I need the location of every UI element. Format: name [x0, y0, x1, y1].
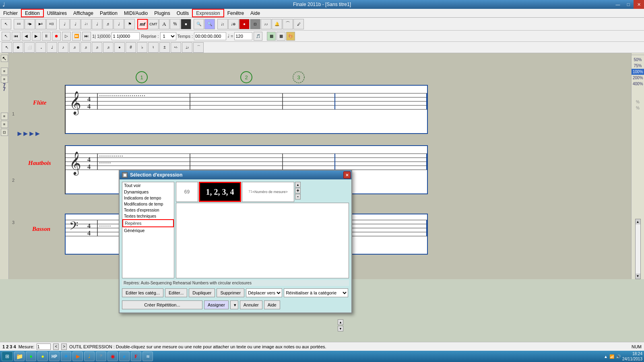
tool-note6[interactable]: ♩: [114, 19, 124, 29]
tool-flag[interactable]: ⚑: [124, 19, 135, 29]
slur-note[interactable]: ⌒: [193, 42, 204, 53]
rewind[interactable]: ◀: [22, 32, 31, 41]
fwd-end[interactable]: ⏭: [82, 32, 91, 41]
category-modifications-tempo[interactable]: Modifications de temp: [122, 201, 174, 207]
taskbar-play[interactable]: ▶: [72, 352, 83, 361]
reprise-select[interactable]: 1: [160, 32, 176, 40]
nav-prev-button[interactable]: <: [53, 343, 59, 350]
tempo-time-input[interactable]: [194, 32, 226, 40]
tool-disk1[interactable]: ⊡: [250, 19, 260, 29]
tool-score2[interactable]: ♩⊕: [228, 19, 239, 29]
pause-btn[interactable]: ⏸: [42, 32, 51, 41]
category-tout-voir[interactable]: Tout voir: [122, 182, 174, 189]
menu-fichier[interactable]: Fichier: [0, 9, 21, 17]
taskbar-chrome[interactable]: ◉: [107, 352, 118, 361]
tool-percent[interactable]: %: [170, 19, 180, 29]
expression-70-selected[interactable]: 1, 2, 3, 4: [199, 182, 241, 202]
arrow-note[interactable]: ↖: [2, 42, 12, 53]
tool-note1[interactable]: ♩: [59, 19, 70, 29]
rewind-start[interactable]: ⏮: [12, 32, 21, 41]
note-32nd[interactable]: ♬: [80, 42, 91, 53]
grid-btn1[interactable]: ▦: [267, 32, 276, 41]
close-button[interactable]: ✕: [634, 0, 644, 9]
tool-text-a[interactable]: A: [159, 19, 169, 29]
note-half-rest[interactable]: ⬜: [24, 42, 35, 53]
taskbar-bass[interactable]: 𝄢: [96, 352, 106, 361]
duplicate-button[interactable]: Dupliquer: [189, 288, 215, 297]
taskbar-3d[interactable]: ♦: [26, 352, 36, 361]
tool-arc[interactable]: ⌒: [283, 19, 293, 29]
record-btn[interactable]: ⏺: [52, 32, 61, 41]
note-64th[interactable]: ♬: [92, 42, 102, 53]
expr-vscroll-up[interactable]: ▲: [338, 319, 343, 325]
grid-btn2[interactable]: ▦: [277, 32, 285, 41]
restore-button[interactable]: □: [623, 0, 634, 9]
tool-4[interactable]: ≡⊡: [46, 19, 57, 29]
color-btn[interactable]: 🎨: [286, 32, 295, 41]
tool-note5[interactable]: ♬: [103, 19, 113, 29]
mesure-input[interactable]: [37, 343, 51, 350]
tool-note2[interactable]: ♩: [70, 19, 80, 29]
flat-note[interactable]: ♭: [137, 42, 147, 53]
expression-69[interactable]: 69: [176, 182, 198, 202]
reset-select[interactable]: Réinitialiser à la catégorie: [284, 288, 348, 297]
taskbar-finale2[interactable]: F: [131, 352, 141, 361]
dot-note[interactable]: •: [114, 42, 125, 53]
tool-last[interactable]: 🖊: [293, 19, 304, 29]
tool-bell[interactable]: 🔔: [272, 19, 282, 29]
expr-vscroll-down[interactable]: ▼: [338, 326, 343, 331]
menu-fenetre[interactable]: Fenêtre: [224, 9, 247, 17]
category-dynamiques[interactable]: Dynamiques: [122, 189, 174, 195]
expression-scroll-area[interactable]: [176, 203, 349, 278]
expression-71[interactable]: 71 <Numéro de mesure>: [242, 182, 294, 202]
plus-note[interactable]: ±: [159, 42, 170, 53]
tray-volume[interactable]: 🔊: [616, 354, 621, 359]
taskbar-explorer[interactable]: 📁: [14, 352, 25, 361]
move-to-select[interactable]: Déplacer vers: [246, 288, 282, 297]
tool-cmt[interactable]: CMT: [148, 19, 159, 29]
delete-button[interactable]: Supprimer: [217, 288, 244, 297]
tool-search2[interactable]: 🔍: [204, 19, 215, 29]
bpm-input[interactable]: [234, 32, 252, 40]
measure-position-input[interactable]: [111, 32, 140, 40]
tool-note4[interactable]: ♩: [92, 19, 102, 29]
tool-arrow[interactable]: ↖: [1, 19, 11, 29]
menu-outils[interactable]: Outils: [173, 9, 192, 17]
taskbar-ie[interactable]: e: [119, 352, 130, 361]
start-button[interactable]: ⊞: [2, 352, 13, 361]
sharp-note[interactable]: #: [126, 42, 136, 53]
menu-midi-audio[interactable]: MIDI/Audio: [121, 9, 151, 17]
tool-score1[interactable]: ♩↕: [217, 19, 228, 29]
tool-2[interactable]: ≡▶: [25, 19, 35, 29]
note-128th[interactable]: ♬: [103, 42, 114, 53]
category-generique[interactable]: Générique: [122, 227, 174, 234]
category-indications-tempo[interactable]: Indications de tempo: [122, 195, 174, 201]
menu-edition[interactable]: Edition: [21, 9, 44, 17]
note-quarter[interactable]: ♩: [47, 42, 57, 53]
taskbar-finale[interactable]: ♩: [84, 352, 95, 361]
edit-categories-button[interactable]: Editer les catég...: [122, 288, 163, 297]
note-whole2[interactable]: 𝅗: [35, 42, 46, 53]
note-8th[interactable]: ♪: [58, 42, 68, 53]
expr-zoom-in[interactable]: +: [295, 188, 301, 193]
tool-square[interactable]: ■: [181, 19, 191, 29]
menu-partition[interactable]: Partition: [97, 9, 121, 17]
quarter-note2[interactable]: +/-: [171, 42, 181, 53]
minimize-button[interactable]: —: [613, 0, 623, 9]
tool-search1[interactable]: 🔍: [194, 19, 204, 29]
menu-plugins[interactable]: Plugins: [151, 9, 173, 17]
play-alt[interactable]: ▷: [62, 32, 71, 41]
menu-affichage[interactable]: Affichage: [70, 9, 97, 17]
metronome-btn[interactable]: 🎵: [254, 32, 262, 41]
dialog-close-button[interactable]: ✕: [343, 171, 351, 179]
fast-fwd[interactable]: ⏩: [72, 32, 81, 41]
tool-3[interactable]: ▶≡: [35, 19, 46, 29]
taskbar-hp[interactable]: HP: [49, 352, 60, 361]
tool-1[interactable]: ≡≡: [14, 19, 24, 29]
taskbar-app1[interactable]: ✈: [61, 352, 71, 361]
natural-note[interactable]: ♮: [148, 42, 159, 53]
expr-zoom-out[interactable]: -: [295, 194, 301, 200]
taskbar-app2[interactable]: ≋: [142, 352, 153, 361]
nav-next-button[interactable]: >: [61, 343, 67, 350]
category-reperes[interactable]: Repères: [122, 219, 174, 227]
